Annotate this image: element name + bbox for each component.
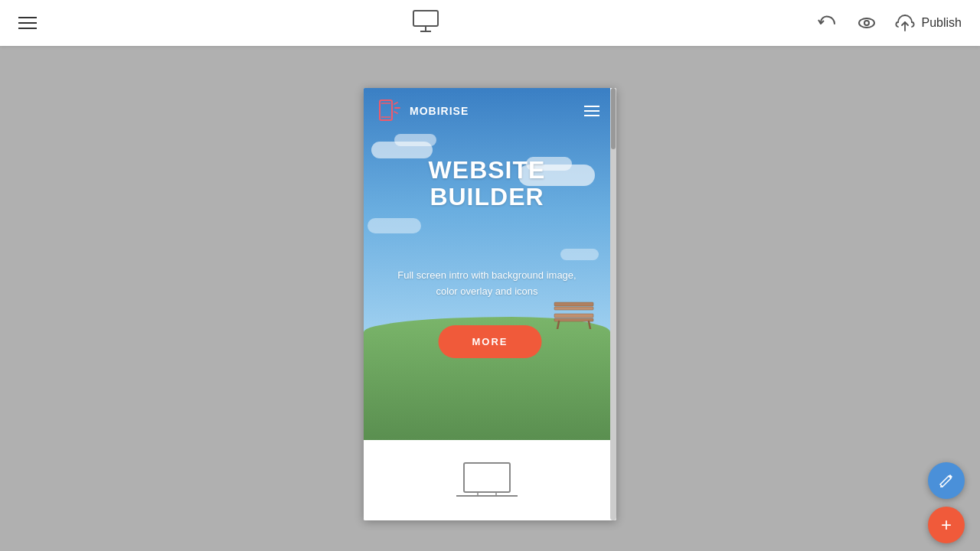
svg-rect-7: [554, 307, 593, 310]
svg-rect-9: [554, 318, 593, 321]
svg-line-15: [394, 103, 397, 104]
toolbar-left: [18, 17, 37, 29]
cloud-6: [560, 249, 599, 260]
mobile-section2: [364, 440, 610, 520]
scrollbar-thumb[interactable]: [611, 88, 616, 149]
hero-title: WEBSITE BUILDER: [364, 157, 610, 210]
toolbar-right: Publish: [815, 11, 962, 35]
mobile-preview-frame: MOBIRISE WEBSITE BUILDER Full screen int…: [364, 88, 616, 520]
cloud-2: [394, 134, 436, 146]
fab-add-button[interactable]: +: [928, 507, 965, 543]
svg-rect-8: [554, 314, 593, 318]
svg-point-4: [864, 21, 869, 25]
svg-line-11: [589, 321, 590, 329]
undo-button[interactable]: [815, 11, 839, 35]
svg-line-17: [394, 112, 397, 113]
mobile-logo-icon: [374, 96, 403, 126]
mobile-hero-section: [364, 88, 610, 440]
mobile-logo: MOBIRISE: [374, 96, 469, 126]
main-canvas: MOBIRISE WEBSITE BUILDER Full screen int…: [0, 46, 980, 551]
svg-line-10: [557, 321, 559, 329]
hero-more-button[interactable]: MORE: [439, 325, 542, 358]
monitor-icon[interactable]: [409, 5, 443, 41]
svg-rect-20: [478, 492, 496, 496]
publish-label: Publish: [922, 16, 962, 30]
hero-title-line1: WEBSITE: [364, 157, 610, 184]
hero-subtitle: Full screen intro with background image,…: [364, 268, 610, 300]
hamburger-menu-icon[interactable]: [18, 17, 37, 29]
laptop-icon: [456, 459, 518, 501]
svg-point-3: [859, 18, 874, 28]
fab-container: +: [928, 462, 965, 543]
mobile-nav: MOBIRISE: [364, 88, 610, 134]
mobile-logo-text: MOBIRISE: [410, 105, 469, 117]
toolbar: Publish: [0, 0, 980, 46]
svg-rect-6: [554, 302, 593, 306]
bench: [553, 298, 595, 329]
fab-edit-button[interactable]: [928, 462, 965, 499]
toolbar-center: [409, 5, 443, 41]
mobile-hamburger-icon[interactable]: [584, 106, 599, 116]
svg-rect-0: [413, 11, 438, 26]
fab-add-icon: +: [941, 514, 952, 536]
mobile-scrollbar[interactable]: [611, 88, 616, 520]
hero-title-line2: BUILDER: [364, 184, 610, 210]
preview-button[interactable]: [854, 11, 879, 35]
cloud-5: [368, 218, 421, 233]
svg-rect-18: [464, 463, 510, 492]
publish-button[interactable]: Publish: [894, 12, 962, 34]
